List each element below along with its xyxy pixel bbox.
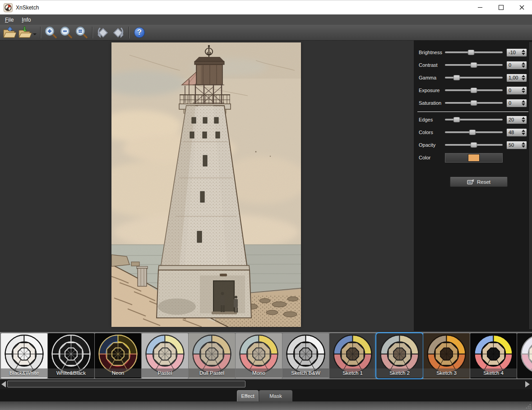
scrollbar-thumb[interactable] [7,381,245,387]
preset-thumb-partial[interactable] [517,333,532,378]
opacity-slider-handle[interactable] [471,142,477,148]
saturation-slider-handle[interactable] [471,100,477,106]
brightness-spinbox[interactable]: -10 [506,48,527,57]
minimize-button[interactable] [470,0,490,14]
preset-thumb-neon[interactable]: Neon [95,333,141,378]
brightness-slider-handle[interactable] [467,50,474,55]
zoom-out-button[interactable] [59,26,74,39]
rotate-right-button[interactable] [111,26,126,39]
scroll-right-arrow[interactable] [525,381,530,387]
tab-effect[interactable]: Effect [237,390,259,401]
exposure-slider-handle[interactable] [471,88,477,93]
rotate-left-button[interactable] [95,26,111,39]
preset-thumb-white-black[interactable]: White&Black [48,333,94,378]
preset-thumb-sketch-4[interactable]: Sketch 4 [470,333,517,378]
saturation-spinbox[interactable]: 0 [506,99,527,107]
reset-button[interactable]: Reset [450,177,508,187]
preset-name: White&Black [48,368,94,377]
preset-name: Mono [236,368,282,377]
preview-image [111,42,301,327]
preset-thumb-dull-pastel[interactable]: Dull Pastel [189,333,235,378]
spin-down-icon[interactable] [522,65,525,68]
resize-grip[interactable] [526,404,531,409]
preset-thumb-mono[interactable]: Mono [236,333,282,378]
spinbox-arrows[interactable] [522,88,527,93]
colors-slider[interactable] [445,128,503,136]
preset-name: Sketch 4 [470,368,517,377]
spin-up-icon[interactable] [522,50,525,52]
preset-thumb-black-white[interactable]: Black&White [1,333,47,378]
save-dropdown-caret [33,33,37,35]
colors-slider-handle[interactable] [469,130,476,135]
spin-up-icon[interactable] [522,88,525,90]
panel-scrollbar[interactable] [528,42,532,329]
close-button[interactable] [511,0,532,14]
preset-thumb-sketch-1[interactable]: Sketch 1 [329,333,376,378]
spin-up-icon[interactable] [522,75,525,77]
zoom-fit-button[interactable] [74,26,89,39]
spin-down-icon[interactable] [522,120,525,122]
edges-value: 20 [507,117,514,122]
spin-down-icon[interactable] [522,145,525,148]
spinbox-arrows[interactable] [522,62,527,68]
zoom-in-button[interactable] [43,26,59,39]
spin-down-icon[interactable] [522,133,525,135]
save-file-button[interactable] [18,26,37,39]
opacity-spinbox[interactable]: 50 [506,141,527,149]
gamma-slider-handle[interactable] [453,75,460,80]
contrast-slider-handle[interactable] [471,62,477,68]
preset-thumb-sketch-b-w[interactable]: Sketch B&W [282,333,329,378]
maximize-button[interactable] [490,0,511,14]
gamma-slider[interactable] [445,74,503,82]
spin-down-icon[interactable] [522,91,525,93]
saturation-slider[interactable] [445,99,503,107]
spinbox-arrows[interactable] [522,50,527,55]
spinbox-arrows[interactable] [522,130,527,135]
edges-slider[interactable] [445,116,503,124]
contrast-spinbox[interactable]: 0 [506,61,527,70]
edges-slider-handle[interactable] [453,117,460,122]
reset-label: Reset [477,179,490,185]
exposure-spinbox[interactable]: 0 [506,86,527,95]
tab-mask[interactable]: Mask [259,390,292,401]
bottom-tab-bar: Effect Mask [0,389,532,401]
reset-icon [467,179,474,185]
maximize-icon [499,5,504,10]
spinbox-arrows[interactable] [522,75,527,80]
exposure-slider[interactable] [445,86,503,94]
spinbox-arrows[interactable] [522,117,527,122]
colors-spinbox[interactable]: 48 [506,128,527,137]
colors-value: 48 [507,130,514,135]
brightness-slider[interactable] [445,48,503,56]
spin-up-icon[interactable] [522,130,525,132]
preset-thumb-pastel[interactable]: Pastel [142,333,188,378]
preset-thumb-sketch-2[interactable]: Sketch 2 [376,333,423,378]
spin-down-icon[interactable] [522,53,525,55]
scroll-left-arrow[interactable] [1,381,6,387]
gamma-row: Gamma1,00 [414,71,532,84]
spin-up-icon[interactable] [522,62,525,65]
preset-name: Dull Pastel [189,368,235,377]
brightness-row: Brightness-10 [414,46,532,59]
spin-up-icon[interactable] [522,100,525,102]
preset-thumb-sketch-3[interactable]: Sketch 3 [423,333,470,378]
menu-info[interactable]: Info [18,15,35,24]
menu-file[interactable]: File [1,15,18,24]
help-button[interactable]: ? [132,26,147,39]
gamma-spinbox[interactable]: 1,00 [506,74,527,82]
toolbar-separator [40,27,41,38]
edges-spinbox[interactable]: 20 [506,116,527,124]
gamma-label: Gamma [419,75,445,80]
opacity-value: 50 [507,142,514,148]
spinbox-arrows[interactable] [522,100,527,106]
color-picker-button[interactable] [445,153,503,163]
contrast-slider[interactable] [445,61,503,69]
opacity-slider[interactable] [445,141,503,149]
spin-down-icon[interactable] [522,103,525,106]
spinbox-arrows[interactable] [522,142,527,148]
spin-down-icon[interactable] [522,78,525,80]
open-file-button[interactable] [2,26,18,39]
spin-up-icon[interactable] [522,142,525,144]
spin-up-icon[interactable] [522,117,525,119]
panel-separator [417,112,531,112]
